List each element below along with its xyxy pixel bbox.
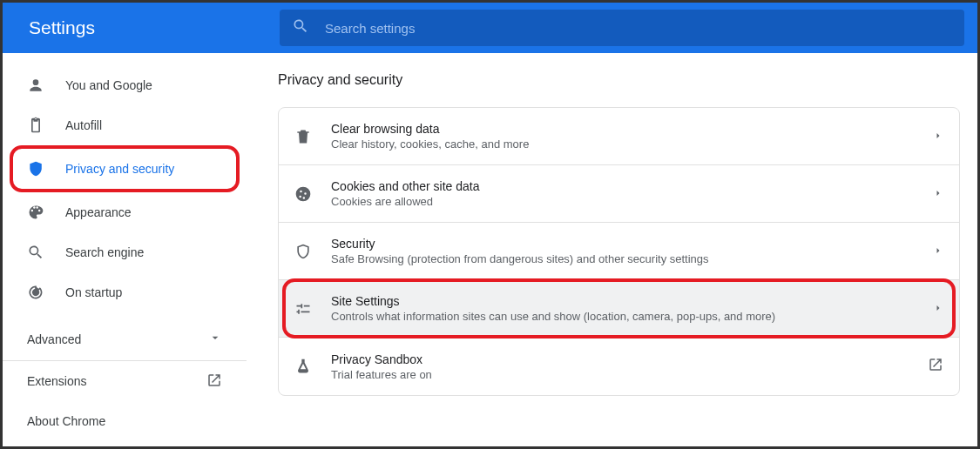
person-icon [27,77,44,94]
flask-icon [294,358,312,375]
content-area: Privacy and security Clear browsing data… [247,53,977,446]
sidebar-item-on-startup[interactable]: On startup [3,272,247,312]
trash-icon [294,128,312,145]
chevron-right-icon [933,244,943,259]
open-in-new-icon [928,357,943,376]
row-text: Security Safe Browsing (protection from … [331,237,933,265]
magnifier-icon [27,244,44,261]
search-box[interactable] [280,10,964,46]
header-bar: Settings [3,3,977,53]
sidebar-item-label: On startup [65,285,122,299]
sidebar-item-label: Autofill [65,118,102,132]
row-cookies[interactable]: Cookies and other site data Cookies are … [279,165,959,223]
row-privacy-sandbox[interactable]: Privacy Sandbox Trial features are on [279,338,959,395]
highlight-box-sidebar: Privacy and security [10,145,240,192]
clipboard-icon [27,117,44,134]
row-sub: Safe Browsing (protection from dangerous… [331,252,933,265]
row-text: Privacy Sandbox Trial features are on [331,352,928,381]
shield-outline-icon [294,243,312,260]
extensions-label: Extensions [27,374,86,388]
row-title: Site Settings [331,294,933,308]
row-sub: Controls what information sites can use … [331,310,933,323]
sidebar-item-autofill[interactable]: Autofill [3,105,247,145]
row-sub: Cookies are allowed [331,195,933,208]
sidebar-item-label: You and Google [65,78,152,92]
sidebar-item-label: Privacy and security [65,162,174,176]
row-text: Site Settings Controls what information … [331,294,933,323]
sidebar-item-you-and-google[interactable]: You and Google [3,65,247,105]
sidebar-item-label: Search engine [65,245,144,259]
palette-icon [27,204,44,221]
power-icon [27,284,44,301]
page-title: Settings [29,17,280,38]
sidebar-item-label: Appearance [65,205,132,219]
row-title: Clear browsing data [331,122,933,136]
row-title: Cookies and other site data [331,179,933,193]
sidebar-item-advanced[interactable]: Advanced [3,318,247,361]
advanced-label: Advanced [27,332,81,346]
chevron-right-icon [933,129,943,144]
sidebar-item-appearance[interactable]: Appearance [3,192,247,232]
row-site-settings[interactable]: Site Settings Controls what information … [279,280,959,338]
about-label: About Chrome [27,414,105,428]
sidebar-item-extensions[interactable]: Extensions [3,361,247,401]
sidebar-item-about-chrome[interactable]: About Chrome [3,401,247,441]
main-area: You and Google Autofill Privacy and secu… [3,53,977,446]
row-title: Privacy Sandbox [331,352,928,366]
shield-icon [27,160,44,178]
row-text: Clear browsing data Clear history, cooki… [331,122,933,151]
sidebar-item-privacy-and-security[interactable]: Privacy and security [13,149,236,189]
search-input[interactable] [325,21,952,36]
row-title: Security [331,237,933,251]
row-sub: Trial features are on [331,368,928,381]
row-sub: Clear history, cookies, cache, and more [331,137,933,151]
chevron-down-icon [208,331,222,347]
search-icon [292,17,325,38]
settings-card: Clear browsing data Clear history, cooki… [278,107,960,396]
section-title: Privacy and security [278,72,960,88]
row-security[interactable]: Security Safe Browsing (protection from … [279,223,959,280]
row-clear-browsing-data[interactable]: Clear browsing data Clear history, cooki… [279,108,959,165]
open-in-new-icon [206,372,222,391]
sliders-icon [294,300,312,318]
chevron-right-icon [933,301,943,317]
chevron-right-icon [933,186,943,202]
sidebar: You and Google Autofill Privacy and secu… [3,53,247,446]
sidebar-item-search-engine[interactable]: Search engine [3,232,247,272]
cookie-icon [294,185,312,203]
row-text: Cookies and other site data Cookies are … [331,179,933,208]
